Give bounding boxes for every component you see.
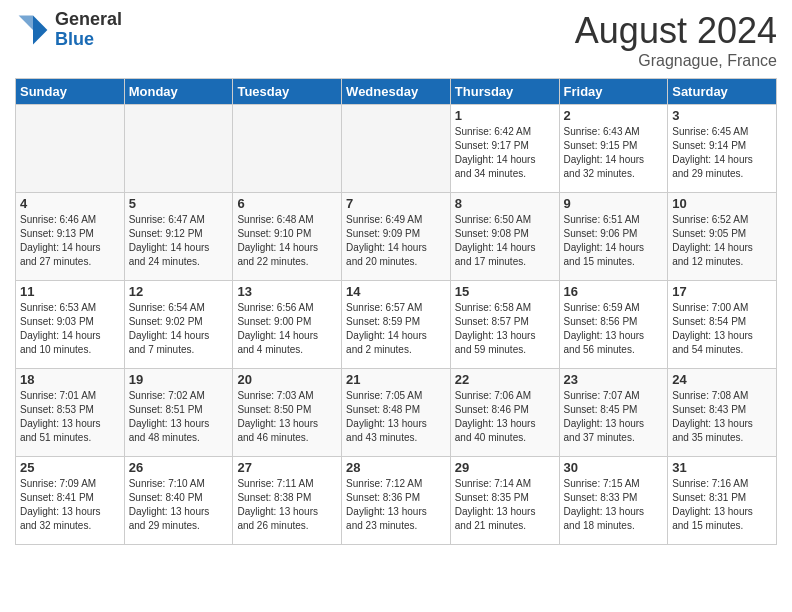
day-info: Sunrise: 7:16 AM Sunset: 8:31 PM Dayligh… (672, 477, 772, 533)
calendar-cell: 16Sunrise: 6:59 AM Sunset: 8:56 PM Dayli… (559, 281, 668, 369)
day-number: 15 (455, 284, 555, 299)
day-info: Sunrise: 6:42 AM Sunset: 9:17 PM Dayligh… (455, 125, 555, 181)
logo-icon (15, 12, 51, 48)
day-info: Sunrise: 6:51 AM Sunset: 9:06 PM Dayligh… (564, 213, 664, 269)
calendar-cell: 11Sunrise: 6:53 AM Sunset: 9:03 PM Dayli… (16, 281, 125, 369)
day-info: Sunrise: 6:45 AM Sunset: 9:14 PM Dayligh… (672, 125, 772, 181)
day-info: Sunrise: 7:14 AM Sunset: 8:35 PM Dayligh… (455, 477, 555, 533)
day-number: 25 (20, 460, 120, 475)
week-row-1: 1Sunrise: 6:42 AM Sunset: 9:17 PM Daylig… (16, 105, 777, 193)
day-number: 24 (672, 372, 772, 387)
day-number: 19 (129, 372, 229, 387)
calendar-cell: 21Sunrise: 7:05 AM Sunset: 8:48 PM Dayli… (342, 369, 451, 457)
day-info: Sunrise: 6:57 AM Sunset: 8:59 PM Dayligh… (346, 301, 446, 357)
calendar-cell: 2Sunrise: 6:43 AM Sunset: 9:15 PM Daylig… (559, 105, 668, 193)
day-info: Sunrise: 6:59 AM Sunset: 8:56 PM Dayligh… (564, 301, 664, 357)
day-number: 8 (455, 196, 555, 211)
calendar-cell: 3Sunrise: 6:45 AM Sunset: 9:14 PM Daylig… (668, 105, 777, 193)
day-info: Sunrise: 6:43 AM Sunset: 9:15 PM Dayligh… (564, 125, 664, 181)
day-number: 6 (237, 196, 337, 211)
day-number: 20 (237, 372, 337, 387)
day-number: 10 (672, 196, 772, 211)
day-number: 18 (20, 372, 120, 387)
day-number: 28 (346, 460, 446, 475)
calendar-cell (233, 105, 342, 193)
week-row-5: 25Sunrise: 7:09 AM Sunset: 8:41 PM Dayli… (16, 457, 777, 545)
calendar-cell: 28Sunrise: 7:12 AM Sunset: 8:36 PM Dayli… (342, 457, 451, 545)
day-info: Sunrise: 6:53 AM Sunset: 9:03 PM Dayligh… (20, 301, 120, 357)
calendar-table: SundayMondayTuesdayWednesdayThursdayFrid… (15, 78, 777, 545)
day-number: 31 (672, 460, 772, 475)
calendar-cell: 12Sunrise: 6:54 AM Sunset: 9:02 PM Dayli… (124, 281, 233, 369)
calendar-cell: 17Sunrise: 7:00 AM Sunset: 8:54 PM Dayli… (668, 281, 777, 369)
calendar-cell: 19Sunrise: 7:02 AM Sunset: 8:51 PM Dayli… (124, 369, 233, 457)
calendar-cell: 10Sunrise: 6:52 AM Sunset: 9:05 PM Dayli… (668, 193, 777, 281)
header-friday: Friday (559, 79, 668, 105)
calendar-cell: 6Sunrise: 6:48 AM Sunset: 9:10 PM Daylig… (233, 193, 342, 281)
day-number: 13 (237, 284, 337, 299)
day-number: 11 (20, 284, 120, 299)
day-info: Sunrise: 7:09 AM Sunset: 8:41 PM Dayligh… (20, 477, 120, 533)
day-info: Sunrise: 7:15 AM Sunset: 8:33 PM Dayligh… (564, 477, 664, 533)
day-number: 14 (346, 284, 446, 299)
day-number: 26 (129, 460, 229, 475)
calendar-cell (342, 105, 451, 193)
logo-blue: Blue (55, 30, 122, 50)
svg-marker-1 (19, 15, 33, 29)
day-info: Sunrise: 7:01 AM Sunset: 8:53 PM Dayligh… (20, 389, 120, 445)
header-sunday: Sunday (16, 79, 125, 105)
day-number: 21 (346, 372, 446, 387)
day-number: 5 (129, 196, 229, 211)
logo-general: General (55, 10, 122, 30)
logo: General Blue (15, 10, 122, 50)
day-number: 16 (564, 284, 664, 299)
day-info: Sunrise: 7:02 AM Sunset: 8:51 PM Dayligh… (129, 389, 229, 445)
day-number: 30 (564, 460, 664, 475)
week-row-2: 4Sunrise: 6:46 AM Sunset: 9:13 PM Daylig… (16, 193, 777, 281)
calendar-cell: 14Sunrise: 6:57 AM Sunset: 8:59 PM Dayli… (342, 281, 451, 369)
day-info: Sunrise: 7:03 AM Sunset: 8:50 PM Dayligh… (237, 389, 337, 445)
day-info: Sunrise: 6:49 AM Sunset: 9:09 PM Dayligh… (346, 213, 446, 269)
week-row-3: 11Sunrise: 6:53 AM Sunset: 9:03 PM Dayli… (16, 281, 777, 369)
day-info: Sunrise: 7:10 AM Sunset: 8:40 PM Dayligh… (129, 477, 229, 533)
calendar-cell (124, 105, 233, 193)
calendar-cell: 8Sunrise: 6:50 AM Sunset: 9:08 PM Daylig… (450, 193, 559, 281)
week-row-4: 18Sunrise: 7:01 AM Sunset: 8:53 PM Dayli… (16, 369, 777, 457)
day-info: Sunrise: 6:50 AM Sunset: 9:08 PM Dayligh… (455, 213, 555, 269)
calendar-cell: 7Sunrise: 6:49 AM Sunset: 9:09 PM Daylig… (342, 193, 451, 281)
title-block: August 2024 Gragnague, France (575, 10, 777, 70)
day-info: Sunrise: 7:05 AM Sunset: 8:48 PM Dayligh… (346, 389, 446, 445)
day-info: Sunrise: 7:00 AM Sunset: 8:54 PM Dayligh… (672, 301, 772, 357)
day-info: Sunrise: 6:56 AM Sunset: 9:00 PM Dayligh… (237, 301, 337, 357)
day-number: 22 (455, 372, 555, 387)
day-info: Sunrise: 6:47 AM Sunset: 9:12 PM Dayligh… (129, 213, 229, 269)
day-number: 27 (237, 460, 337, 475)
day-number: 23 (564, 372, 664, 387)
calendar-cell: 29Sunrise: 7:14 AM Sunset: 8:35 PM Dayli… (450, 457, 559, 545)
day-info: Sunrise: 7:11 AM Sunset: 8:38 PM Dayligh… (237, 477, 337, 533)
day-info: Sunrise: 6:54 AM Sunset: 9:02 PM Dayligh… (129, 301, 229, 357)
calendar-cell: 25Sunrise: 7:09 AM Sunset: 8:41 PM Dayli… (16, 457, 125, 545)
month-title: August 2024 (575, 10, 777, 52)
day-number: 4 (20, 196, 120, 211)
day-info: Sunrise: 6:46 AM Sunset: 9:13 PM Dayligh… (20, 213, 120, 269)
day-number: 9 (564, 196, 664, 211)
header-monday: Monday (124, 79, 233, 105)
logo-text: General Blue (55, 10, 122, 50)
day-info: Sunrise: 7:06 AM Sunset: 8:46 PM Dayligh… (455, 389, 555, 445)
header-row: SundayMondayTuesdayWednesdayThursdayFrid… (16, 79, 777, 105)
header-thursday: Thursday (450, 79, 559, 105)
calendar-cell: 30Sunrise: 7:15 AM Sunset: 8:33 PM Dayli… (559, 457, 668, 545)
day-info: Sunrise: 6:48 AM Sunset: 9:10 PM Dayligh… (237, 213, 337, 269)
day-number: 1 (455, 108, 555, 123)
day-info: Sunrise: 6:52 AM Sunset: 9:05 PM Dayligh… (672, 213, 772, 269)
calendar-cell: 13Sunrise: 6:56 AM Sunset: 9:00 PM Dayli… (233, 281, 342, 369)
calendar-cell: 24Sunrise: 7:08 AM Sunset: 8:43 PM Dayli… (668, 369, 777, 457)
page-header: General Blue August 2024 Gragnague, Fran… (15, 10, 777, 70)
day-number: 17 (672, 284, 772, 299)
day-number: 7 (346, 196, 446, 211)
calendar-cell: 20Sunrise: 7:03 AM Sunset: 8:50 PM Dayli… (233, 369, 342, 457)
calendar-cell: 22Sunrise: 7:06 AM Sunset: 8:46 PM Dayli… (450, 369, 559, 457)
calendar-cell: 15Sunrise: 6:58 AM Sunset: 8:57 PM Dayli… (450, 281, 559, 369)
day-number: 3 (672, 108, 772, 123)
